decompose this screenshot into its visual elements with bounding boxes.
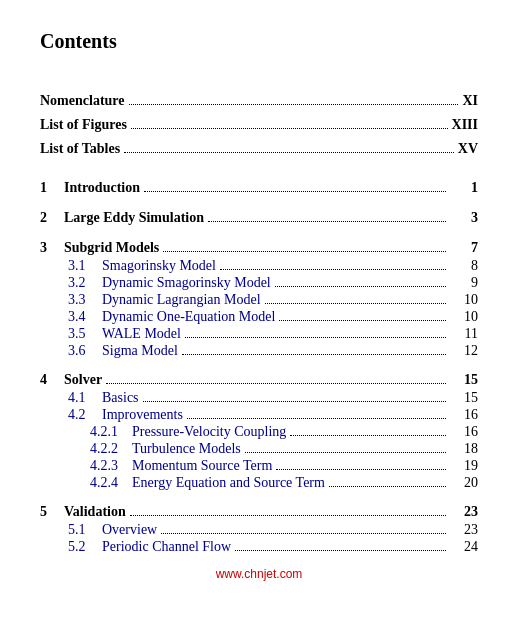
section-52-row: 5.2 Periodic Channel Flow 24	[40, 539, 478, 555]
chapter-5-dots	[130, 515, 446, 516]
chapter-5-number: 5	[40, 504, 60, 520]
section-424-number: 4.2.4	[90, 475, 128, 491]
section-423-dots	[276, 469, 446, 470]
section-36-label: Sigma Model	[102, 343, 178, 359]
page: Contents Nomenclature XI List of Figures…	[0, 0, 518, 596]
chapter-2-dots	[208, 221, 446, 222]
section-42-row: 4.2 Improvements 16	[40, 407, 478, 423]
chapter-1-number: 1	[40, 180, 60, 196]
nomenclature-page: XI	[462, 93, 478, 109]
section-42-page: 16	[450, 407, 478, 423]
section-35-label: WALE Model	[102, 326, 181, 342]
section-422-page: 18	[450, 441, 478, 457]
list-of-tables-label: List of Tables	[40, 141, 120, 157]
list-of-figures-dots	[131, 128, 448, 129]
section-422-label: Turbulence Models	[132, 441, 241, 457]
section-41-label: Basics	[102, 390, 139, 406]
section-422-number: 4.2.2	[90, 441, 128, 457]
section-41-row: 4.1 Basics 15	[40, 390, 478, 406]
chapter-2-number: 2	[40, 210, 60, 226]
section-423-row: 4.2.3 Momentum Source Term 19	[40, 458, 478, 474]
section-34-page: 10	[450, 309, 478, 325]
section-32-page: 9	[450, 275, 478, 291]
section-33-number: 3.3	[68, 292, 98, 308]
section-33-label: Dynamic Lagrangian Model	[102, 292, 261, 308]
chapter-4-page: 15	[450, 372, 478, 388]
section-36-dots	[182, 354, 446, 355]
chapter-2-row: 2 Large Eddy Simulation 3	[40, 210, 478, 226]
section-31-dots	[220, 269, 446, 270]
section-424-dots	[329, 486, 446, 487]
section-31-page: 8	[450, 258, 478, 274]
list-of-figures-label: List of Figures	[40, 117, 127, 133]
nomenclature-label: Nomenclature	[40, 93, 125, 109]
section-34-row: 3.4 Dynamic One-Equation Model 10	[40, 309, 478, 325]
section-42-dots	[187, 418, 446, 419]
section-421-label: Pressure-Velocity Coupling	[132, 424, 286, 440]
section-52-page: 24	[450, 539, 478, 555]
section-422-dots	[245, 452, 446, 453]
section-41-dots	[143, 401, 446, 402]
section-421-page: 16	[450, 424, 478, 440]
section-52-dots	[235, 550, 446, 551]
chapter-4-label: Solver	[64, 372, 102, 388]
chapter-4-number: 4	[40, 372, 60, 388]
section-41-number: 4.1	[68, 390, 98, 406]
front-matter-section: Nomenclature XI List of Figures XIII Lis…	[40, 93, 478, 157]
section-33-row: 3.3 Dynamic Lagrangian Model 10	[40, 292, 478, 308]
section-34-label: Dynamic One-Equation Model	[102, 309, 275, 325]
section-35-number: 3.5	[68, 326, 98, 342]
section-421-number: 4.2.1	[90, 424, 128, 440]
section-424-row: 4.2.4 Energy Equation and Source Term 20	[40, 475, 478, 491]
list-of-tables-page: XV	[458, 141, 478, 157]
section-35-dots	[185, 337, 446, 338]
chapter-3-label: Subgrid Models	[64, 240, 159, 256]
chapter-3-number: 3	[40, 240, 60, 256]
chapter-3-row: 3 Subgrid Models 7	[40, 240, 478, 256]
section-421-dots	[290, 435, 446, 436]
section-32-label: Dynamic Smagorinsky Model	[102, 275, 271, 291]
chapter-3-page: 7	[450, 240, 478, 256]
section-31-number: 3.1	[68, 258, 98, 274]
chapter-5-page: 23	[450, 504, 478, 520]
watermark: www.chnjet.com	[216, 567, 303, 581]
section-33-dots	[265, 303, 446, 304]
section-51-row: 5.1 Overview 23	[40, 522, 478, 538]
chapter-2-page: 3	[450, 210, 478, 226]
section-421-row: 4.2.1 Pressure-Velocity Coupling 16	[40, 424, 478, 440]
section-32-row: 3.2 Dynamic Smagorinsky Model 9	[40, 275, 478, 291]
list-of-figures-page: XIII	[452, 117, 478, 133]
section-51-page: 23	[450, 522, 478, 538]
chapter-1-dots	[144, 191, 446, 192]
section-51-number: 5.1	[68, 522, 98, 538]
section-36-row: 3.6 Sigma Model 12	[40, 343, 478, 359]
chapter-5-row: 5 Validation 23	[40, 504, 478, 520]
section-41-page: 15	[450, 390, 478, 406]
list-of-figures-row: List of Figures XIII	[40, 117, 478, 133]
list-of-tables-dots	[124, 152, 454, 153]
section-423-label: Momentum Source Term	[132, 458, 272, 474]
section-36-number: 3.6	[68, 343, 98, 359]
section-424-label: Energy Equation and Source Term	[132, 475, 325, 491]
section-423-page: 19	[450, 458, 478, 474]
chapter-2-label: Large Eddy Simulation	[64, 210, 204, 226]
section-423-number: 4.2.3	[90, 458, 128, 474]
chapter-3-dots	[163, 251, 446, 252]
nomenclature-dots	[129, 104, 459, 105]
section-52-number: 5.2	[68, 539, 98, 555]
section-32-number: 3.2	[68, 275, 98, 291]
section-422-row: 4.2.2 Turbulence Models 18	[40, 441, 478, 457]
section-32-dots	[275, 286, 446, 287]
section-424-page: 20	[450, 475, 478, 491]
chapter-4-dots	[106, 383, 446, 384]
section-33-page: 10	[450, 292, 478, 308]
chapter-1-label: Introduction	[64, 180, 140, 196]
page-title: Contents	[40, 30, 478, 53]
chapter-4-row: 4 Solver 15	[40, 372, 478, 388]
section-31-row: 3.1 Smagorinsky Model 8	[40, 258, 478, 274]
section-34-dots	[279, 320, 446, 321]
list-of-tables-row: List of Tables XV	[40, 141, 478, 157]
chapter-1-page: 1	[450, 180, 478, 196]
section-51-dots	[161, 533, 446, 534]
section-52-label: Periodic Channel Flow	[102, 539, 231, 555]
